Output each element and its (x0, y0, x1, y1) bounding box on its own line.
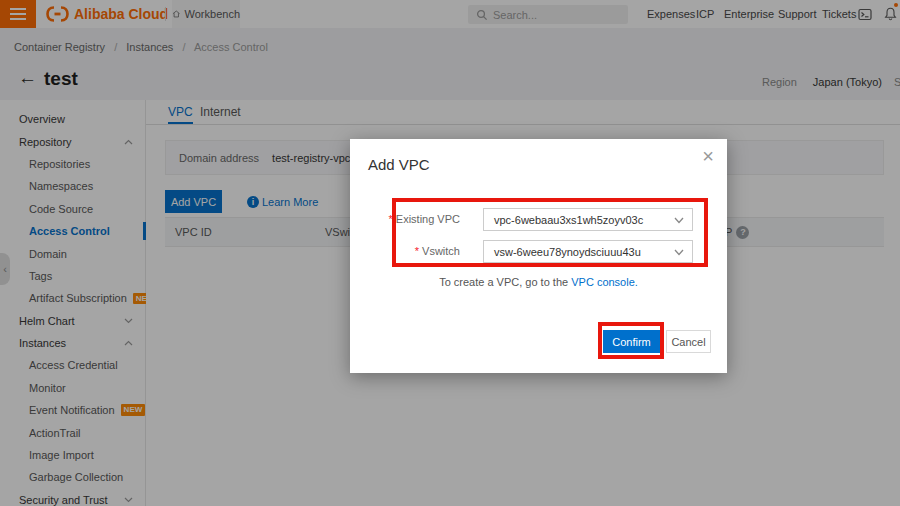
add-vpc-modal: Add VPC × *Existing VPC vpc-6webaau3xs1w… (350, 139, 727, 373)
chevron-down-icon (674, 249, 684, 256)
vswitch-value: vsw-6weeu78ynoydsciuuu43u (494, 246, 641, 258)
existing-vpc-label: *Existing VPC (350, 208, 460, 231)
chevron-down-icon (674, 217, 684, 224)
vpc-help-text: To create a VPC, go to the VPC console. (350, 276, 727, 288)
existing-vpc-field-row: *Existing VPC vpc-6webaau3xs1wh5zoyv03c (350, 208, 727, 231)
vswitch-select[interactable]: vsw-6weeu78ynoydsciuuu43u (483, 240, 693, 263)
required-mark: * (415, 245, 419, 257)
cancel-button[interactable]: Cancel (666, 330, 711, 353)
screen: Alibaba Cloud Workbench Expenses ICP Ent… (0, 0, 900, 506)
close-icon[interactable]: × (702, 145, 714, 167)
existing-vpc-value: vpc-6webaau3xs1wh5zoyv03c (494, 214, 643, 226)
confirm-button[interactable]: Confirm (603, 330, 660, 353)
required-mark: * (389, 213, 393, 225)
vpc-console-link[interactable]: VPC console. (571, 276, 638, 288)
vswitch-field-row: *Vswitch vsw-6weeu78ynoydsciuuu43u (350, 240, 727, 263)
modal-title: Add VPC (368, 156, 430, 173)
existing-vpc-select[interactable]: vpc-6webaau3xs1wh5zoyv03c (483, 208, 693, 231)
vswitch-label: *Vswitch (350, 240, 460, 263)
